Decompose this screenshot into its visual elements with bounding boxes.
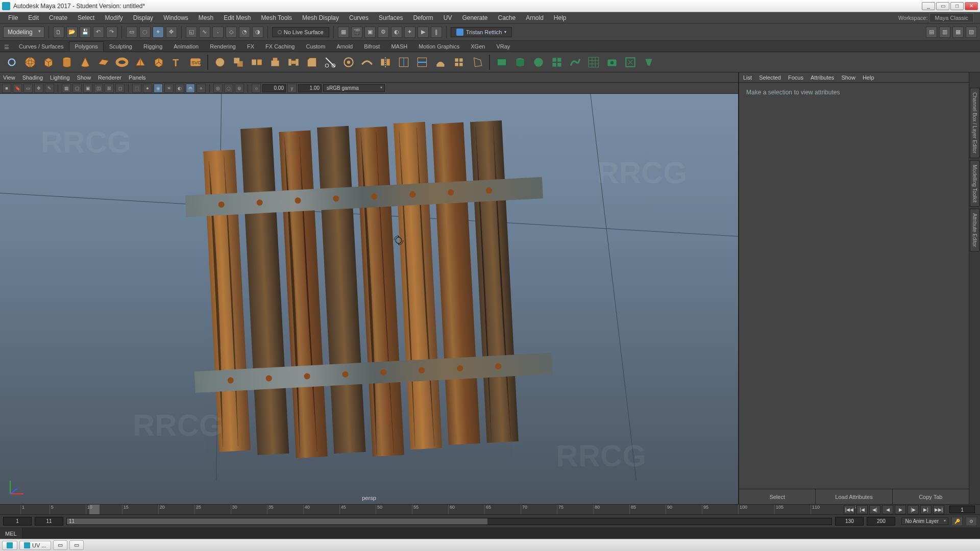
range-max-field[interactable]: 200 [867, 517, 895, 525]
vp-film-gate-icon[interactable]: ▢ [72, 84, 82, 93]
taskbar-item-3[interactable]: ▭ [53, 540, 67, 550]
menu-deform[interactable]: Deform [408, 13, 438, 23]
menu-generate[interactable]: Generate [457, 13, 493, 23]
side-tab-channelbox[interactable]: Channel Box / Layer Editor [970, 88, 979, 158]
poly-bevel-icon[interactable] [304, 55, 320, 70]
menu-mesh[interactable]: Mesh [193, 13, 218, 23]
multi-cut-icon[interactable] [323, 55, 338, 70]
perspective-viewport[interactable]: persp RRCG RRCG RRCG RRCG [0, 94, 738, 504]
vp-safe-action-icon[interactable]: ◻ [115, 84, 125, 93]
menu-uv[interactable]: UV [438, 13, 457, 23]
step-fwd-button[interactable]: |▶ [908, 505, 919, 514]
maximize-button[interactable]: □ [950, 2, 964, 10]
exposure-value[interactable]: 0.00 [262, 84, 286, 92]
uv-spherical-icon[interactable] [531, 55, 546, 70]
cmd-language-label[interactable]: MEL [0, 528, 22, 539]
poly-combine-icon[interactable] [231, 55, 246, 70]
close-button[interactable]: ✕ [965, 2, 978, 10]
vp-xray-joints-icon[interactable]: ⊚ [235, 84, 244, 93]
current-frame-field[interactable]: 1 [949, 506, 975, 513]
vp-res-gate-icon[interactable]: ▣ [83, 84, 92, 93]
vp-shaded-icon[interactable]: ● [143, 84, 152, 93]
vp-field-chart-icon[interactable]: ⊞ [105, 84, 114, 93]
sidebar-toggle-1-icon[interactable]: ▤ [926, 27, 937, 38]
menu-mesh-display[interactable]: Mesh Display [297, 13, 344, 23]
shelf-tab-motiongraphics[interactable]: Motion Graphics [413, 41, 465, 52]
shelf-tab-polygons[interactable]: Polygons [69, 41, 103, 52]
undo-icon[interactable]: ↶ [93, 27, 104, 38]
taskbar-app-maya[interactable] [2, 541, 17, 550]
poly-torus-icon[interactable] [114, 55, 130, 70]
sidebar-toggle-4-icon[interactable]: ▧ [966, 27, 977, 38]
playblast-icon[interactable]: ▶ [418, 27, 429, 38]
status-line-icon[interactable] [4, 55, 19, 70]
workspace-selector[interactable]: Maya Classic [929, 13, 974, 22]
taskbar-uv-editor[interactable]: UV ... [19, 541, 51, 550]
side-tab-attribute-editor[interactable]: Attribute Editor [970, 209, 979, 252]
poly-prism-icon[interactable] [151, 55, 166, 70]
range-start-field[interactable]: 1 [3, 517, 32, 525]
poly-bridge-icon[interactable] [286, 55, 301, 70]
insert-edge-loop-icon[interactable] [396, 55, 411, 70]
panel-menu-renderer[interactable]: Renderer [98, 74, 121, 81]
taskbar-item-4[interactable]: ▭ [69, 540, 84, 550]
menu-file[interactable]: File [3, 13, 23, 23]
account-button[interactable]: Tristan Rettich▾ [451, 27, 512, 37]
mirror-icon[interactable] [378, 55, 393, 70]
snap-grid-icon[interactable]: ◱ [186, 27, 197, 38]
vp-wireframe-icon[interactable]: ⬚ [132, 84, 141, 93]
uv-snapshot-icon[interactable] [604, 55, 620, 70]
shelf-tab-mash[interactable]: MASH [385, 41, 413, 52]
uv-cylindrical-icon[interactable] [512, 55, 528, 70]
menu-create[interactable]: Create [44, 13, 72, 23]
svg-tool-icon[interactable]: SVG [188, 55, 203, 70]
shelf-tab-curves[interactable]: Curves / Surfaces [13, 41, 69, 52]
vp-image-plane-icon[interactable]: ▭ [23, 84, 33, 93]
menu-select[interactable]: Select [72, 13, 100, 23]
anim-layer-selector[interactable]: No Anim Layer [901, 517, 948, 525]
save-scene-icon[interactable]: 💾 [80, 27, 91, 38]
menu-edit-mesh[interactable]: Edit Mesh [218, 13, 256, 23]
uv-unfold-icon[interactable] [641, 55, 656, 70]
hypershade-icon[interactable]: ◐ [391, 27, 402, 38]
menu-help[interactable]: Help [549, 13, 572, 23]
poly-pyramid-icon[interactable] [133, 55, 148, 70]
target-weld-icon[interactable] [341, 55, 356, 70]
step-back-key-button[interactable]: |◀ [856, 505, 868, 514]
panel-menu-lighting[interactable]: Lighting [50, 74, 70, 81]
snap-surface-icon[interactable]: ◔ [239, 27, 250, 38]
attr-menu-help[interactable]: Help [863, 74, 874, 81]
shelf-tab-rendering[interactable]: Rendering [204, 41, 241, 52]
minimize-button[interactable]: _ [922, 2, 935, 10]
move-tool-icon[interactable]: ✥ [166, 27, 177, 38]
menu-mesh-tools[interactable]: Mesh Tools [256, 13, 297, 23]
create-poly-tool-icon[interactable] [470, 55, 485, 70]
poly-cone-icon[interactable] [78, 55, 93, 70]
vp-select-cam-icon[interactable]: ■ [2, 84, 11, 93]
vp-lights-icon[interactable]: ☀ [164, 84, 174, 93]
attr-menu-focus[interactable]: Focus [788, 74, 803, 81]
poly-plane-icon[interactable] [96, 55, 111, 70]
auto-key-icon[interactable]: 🔑 [951, 517, 963, 526]
shelf-tab-animation[interactable]: Animation [168, 41, 204, 52]
type-tool-icon[interactable]: T [169, 55, 185, 70]
vp-gamma-icon[interactable]: γ [287, 84, 297, 93]
shelf-tab-bifrost[interactable]: Bifrost [358, 41, 385, 52]
new-scene-icon[interactable]: 🗋 [53, 27, 64, 38]
vp-gate-mask-icon[interactable]: ◫ [94, 84, 103, 93]
sidebar-toggle-3-icon[interactable]: ▦ [952, 27, 964, 38]
snap-point-icon[interactable]: · [212, 27, 224, 38]
snap-plane-icon[interactable]: ◇ [226, 27, 237, 38]
poly-cylinder-icon[interactable] [59, 55, 75, 70]
shelf-tab-vray[interactable]: VRay [491, 41, 516, 52]
panel-menu-show[interactable]: Show [77, 74, 91, 81]
live-surface-toggle[interactable]: No Live Surface [272, 27, 329, 37]
shelf-tab-fxcaching[interactable]: FX Caching [260, 41, 300, 52]
vp-isolate-icon[interactable]: ◎ [213, 84, 223, 93]
shelf-menu-icon[interactable]: ☰ [2, 42, 11, 52]
vp-bookmark-icon[interactable]: 🔖 [13, 84, 22, 93]
select-tool-icon[interactable]: ▭ [126, 27, 137, 38]
panel-menu-panels[interactable]: Panels [129, 74, 146, 81]
poly-platonic-icon[interactable] [212, 55, 228, 70]
gamma-value[interactable]: 1.00 [298, 84, 322, 92]
